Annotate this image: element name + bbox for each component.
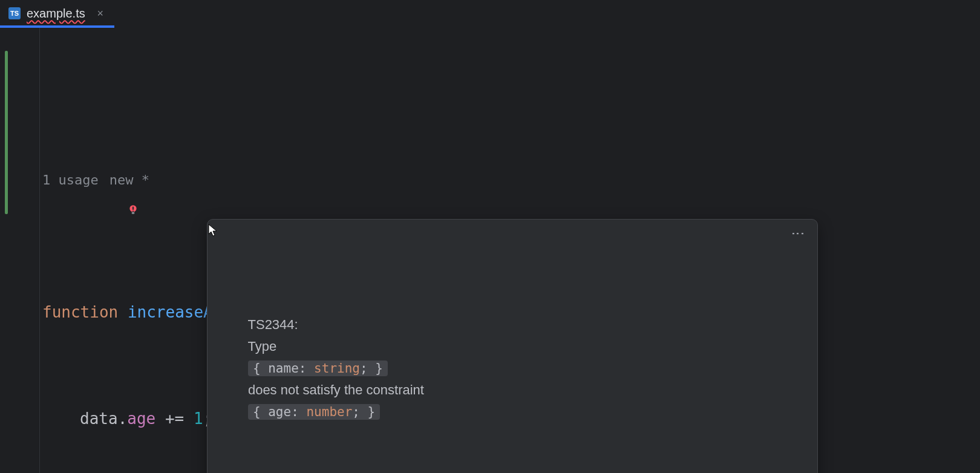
tooltip-more-icon[interactable]: ⋮ xyxy=(787,227,809,241)
svg-rect-3 xyxy=(132,210,134,212)
ident: data xyxy=(80,405,118,432)
svg-rect-2 xyxy=(132,206,134,210)
number: 1 xyxy=(194,405,203,432)
text: Type xyxy=(248,339,277,354)
code-area[interactable]: 1 usage new * function increaseAge<T ext… xyxy=(40,28,980,473)
vcs-change-marker[interactable] xyxy=(5,51,8,214)
op: += xyxy=(165,405,184,432)
text: does not satisfy the constraint xyxy=(248,382,424,397)
keyword: function xyxy=(42,299,118,325)
editor[interactable]: 1 usage new * function increaseAge<T ext… xyxy=(0,28,980,473)
error-bulb-icon[interactable] xyxy=(88,172,100,184)
creator-hint[interactable]: new * xyxy=(109,167,149,194)
property: age xyxy=(127,405,155,432)
tab-bar: TS example.ts × xyxy=(0,0,980,28)
close-tab-button[interactable]: × xyxy=(95,8,106,19)
svg-rect-1 xyxy=(132,212,135,214)
type-chip: { age: number; } xyxy=(248,404,380,420)
typescript-icon: TS xyxy=(8,7,21,19)
gutter xyxy=(0,28,40,473)
punct: . xyxy=(118,405,128,432)
error-tooltip: ⋮ TS2344: Type { name: string; } does no… xyxy=(207,219,818,473)
ts-error-code: TS2344: xyxy=(248,317,298,332)
inlay-hints-row: 1 usage new * xyxy=(40,168,980,192)
tab-filename: example.ts xyxy=(27,7,85,21)
tab-example-ts[interactable]: TS example.ts × xyxy=(0,0,114,27)
tooltip-row-1: TS2344: Type { name: string; } does not … xyxy=(218,292,806,445)
type-chip: { name: string; } xyxy=(248,360,388,376)
